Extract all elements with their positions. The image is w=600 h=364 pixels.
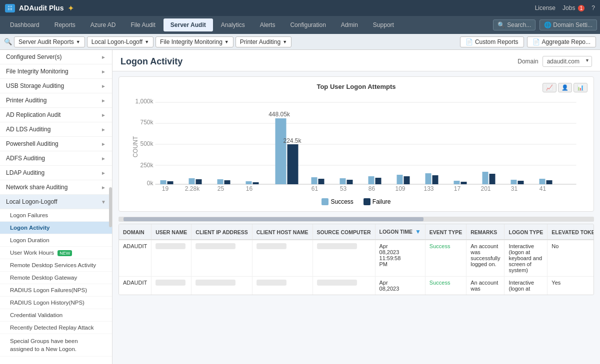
sidebar-sub-radius-failures[interactable]: RADIUS Logon Failures(NPS) bbox=[0, 284, 112, 297]
cell-username bbox=[152, 277, 192, 295]
nav-tab-alerts[interactable]: Alerts bbox=[253, 18, 282, 31]
sidebar: Configured Server(s) ► File Integrity Mo… bbox=[0, 50, 112, 364]
cell-client-host bbox=[252, 240, 312, 277]
svg-text:31: 31 bbox=[511, 185, 518, 192]
sidebar-item-ad-lds[interactable]: AD LDS Auditing ► bbox=[0, 122, 112, 137]
arrow-icon: ► bbox=[101, 170, 106, 176]
nav-bar-right: 🔍 Search... 🌐 Domain Setti... bbox=[493, 19, 597, 30]
nav-tab-reports[interactable]: Reports bbox=[48, 18, 82, 31]
sidebar-item-configured-servers[interactable]: Configured Server(s) ► bbox=[0, 50, 112, 64]
sidebar-item-local-logon[interactable]: Local Logon-Logoff ▼ bbox=[0, 195, 112, 209]
chevron-down-icon-2: ▼ bbox=[144, 39, 149, 44]
svg-rect-14 bbox=[189, 178, 195, 184]
chart-legend: Success Failure bbox=[125, 198, 588, 205]
svg-rect-33 bbox=[368, 176, 374, 184]
sidebar-item-ad-replication[interactable]: AD Replication Audit ► bbox=[0, 108, 112, 122]
table-scrollbar-thumb[interactable] bbox=[124, 217, 424, 221]
legend-failure-label: Failure bbox=[372, 198, 391, 205]
sidebar-sub-logon-activity[interactable]: Logon Activity bbox=[0, 222, 112, 234]
search-small-icon: 🔍 bbox=[4, 38, 12, 45]
nav-tab-server[interactable]: Server Audit bbox=[164, 18, 213, 31]
nav-tab-analytics[interactable]: Analytics bbox=[214, 18, 252, 31]
legend-success: Success bbox=[322, 198, 353, 205]
col-logon-time[interactable]: LOGON TIME ▼ bbox=[375, 224, 425, 240]
svg-rect-30 bbox=[340, 178, 346, 184]
blurred-value bbox=[256, 280, 286, 286]
cell-source bbox=[312, 240, 375, 277]
svg-text:17: 17 bbox=[454, 185, 461, 192]
nav-tab-admin[interactable]: Admin bbox=[334, 18, 365, 31]
search-icon: 🔍 bbox=[498, 21, 505, 28]
sidebar-item-network-share[interactable]: Network share Auditing ► bbox=[0, 180, 112, 195]
svg-text:25: 25 bbox=[218, 185, 224, 192]
blurred-value bbox=[196, 243, 236, 249]
nav-tab-config[interactable]: Configuration bbox=[283, 18, 332, 31]
nav-bar: Dashboard Reports Azure AD File Audit Se… bbox=[0, 16, 600, 34]
col-domain: DOMAIN bbox=[119, 224, 152, 240]
sidebar-sub-rdp-activity[interactable]: Remote Desktop Services Activity bbox=[0, 259, 112, 272]
domain-settings-btn[interactable]: 🌐 Domain Setti... bbox=[540, 19, 597, 30]
domain-dropdown[interactable]: adaudit.com ▼ bbox=[542, 56, 592, 67]
sidebar-scroll-indicator bbox=[109, 187, 112, 227]
svg-rect-45 bbox=[482, 172, 488, 184]
svg-text:19: 19 bbox=[162, 185, 169, 192]
blurred-value bbox=[156, 243, 186, 249]
filter-file-integrity[interactable]: File Integrity Monitoring ▼ bbox=[156, 36, 234, 47]
svg-rect-48 bbox=[511, 180, 517, 184]
sidebar-item-ldap[interactable]: LDAP Auditing ► bbox=[0, 166, 112, 180]
sidebar-sub-logon-failures[interactable]: Logon Failures bbox=[0, 209, 112, 222]
chevron-down-icon-1: ▼ bbox=[76, 39, 80, 44]
cell-username bbox=[152, 240, 192, 277]
chevron-down-icon-3: ▼ bbox=[224, 39, 229, 44]
top-bar-right: License Jobs 1 ? bbox=[535, 4, 595, 11]
sidebar-sub-credential[interactable]: Credential Validation bbox=[0, 309, 112, 322]
nav-tab-support[interactable]: Support bbox=[366, 18, 401, 31]
svg-rect-46 bbox=[490, 174, 496, 184]
cell-remarks: An account was successfully logged on. bbox=[466, 240, 504, 277]
cell-logon-type: Interactive (logon at keyboard and scree… bbox=[504, 240, 548, 277]
nav-tab-file[interactable]: File Audit bbox=[124, 18, 162, 31]
arrow-icon: ► bbox=[101, 185, 106, 190]
sidebar-sub-special-groups[interactable]: Special Groups have been assigned to a N… bbox=[0, 334, 112, 357]
sidebar-sub-replay[interactable]: Recently Detected Replay Attack bbox=[0, 322, 112, 334]
sidebar-item-printer[interactable]: Printer Auditing ► bbox=[0, 93, 112, 108]
help-link[interactable]: ? bbox=[592, 4, 595, 11]
blurred-value bbox=[317, 280, 357, 286]
svg-text:250k: 250k bbox=[140, 162, 154, 169]
search-box[interactable]: 🔍 Search... bbox=[493, 19, 536, 30]
sidebar-item-usb[interactable]: USB Storage Auditing ► bbox=[0, 79, 112, 93]
sidebar-item-file-integrity[interactable]: File Integrity Monitoring ► bbox=[0, 64, 112, 79]
filter-label-3: File Integrity Monitoring bbox=[160, 38, 222, 45]
nav-tab-dashboard[interactable]: Dashboard bbox=[3, 18, 46, 31]
nav-tab-azure[interactable]: Azure AD bbox=[84, 18, 123, 31]
sidebar-sub-radius-history[interactable]: RADIUS Logon History(NPS) bbox=[0, 297, 112, 309]
filter-printer[interactable]: Printer Auditing ▼ bbox=[236, 36, 292, 47]
arrow-icon: ► bbox=[101, 69, 106, 74]
table-scrollbar[interactable] bbox=[118, 217, 594, 222]
chart-user-icon[interactable]: 👤 bbox=[558, 83, 572, 92]
legend-success-box bbox=[322, 198, 328, 205]
sidebar-sub-logon-duration[interactable]: Logon Duration bbox=[0, 234, 112, 247]
jobs-link[interactable]: Jobs 1 bbox=[562, 4, 584, 11]
chart-bar-icon[interactable]: 📈 bbox=[542, 83, 556, 92]
chart-table-icon[interactable]: 📊 bbox=[574, 83, 588, 92]
cell-domain: ADAUDIT bbox=[119, 277, 152, 295]
aggregate-btn[interactable]: 📄 Aggregate Repo... bbox=[527, 36, 596, 47]
table-row: ADAUDIT Apr08,202311:59:58PM Success An … bbox=[119, 240, 594, 277]
arrow-icon: ► bbox=[101, 112, 106, 118]
sidebar-item-powershell[interactable]: Powershell Auditing ► bbox=[0, 137, 112, 151]
svg-rect-34 bbox=[376, 178, 382, 184]
sidebar-sub-rdp-gateway[interactable]: Remote Desktop Gateway bbox=[0, 272, 112, 284]
license-link[interactable]: License bbox=[535, 4, 556, 11]
custom-reports-btn[interactable]: 📄 Custom Reports bbox=[460, 36, 524, 47]
filter-label-4: Printer Auditing bbox=[240, 38, 280, 45]
sidebar-item-adfs[interactable]: ADFS Auditing ► bbox=[0, 151, 112, 166]
filter-local-logon[interactable]: Local Logon-Logoff ▼ bbox=[87, 36, 154, 47]
svg-rect-42 bbox=[454, 181, 460, 184]
sidebar-sub-user-work-hours[interactable]: User Work Hours NEW bbox=[0, 247, 112, 259]
filter-server-audit[interactable]: Server Audit Reports ▼ bbox=[14, 36, 85, 47]
svg-rect-17 bbox=[218, 179, 224, 184]
filter-label-1: Server Audit Reports bbox=[18, 38, 74, 45]
svg-text:41: 41 bbox=[540, 185, 546, 192]
col-elevated: ELEVATED TOKEN bbox=[548, 224, 594, 240]
